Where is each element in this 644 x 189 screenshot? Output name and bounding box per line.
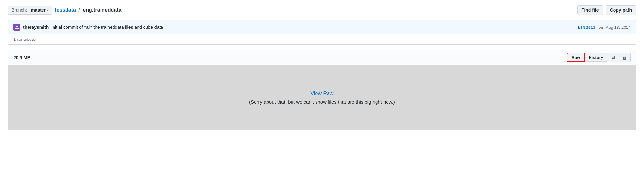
branch-selector[interactable]: Branch: master ▾ [8,6,52,15]
file-content: View Raw (Sorry about that, but we can't… [8,65,636,130]
commit-bar: theraysmith Initial commit of *all* the … [8,20,636,34]
commit-date: Aug 13, 2014 [606,25,631,30]
copy-path-button[interactable]: Copy path [606,5,636,15]
commit-hash[interactable]: bf82613 [578,25,596,30]
top-bar: Branch: master ▾ tessdata / eng.trainedd… [8,5,636,15]
find-file-button[interactable]: Find file [577,5,603,15]
commit-date-prefix: on [598,25,603,30]
trash-icon: 🗑 [622,55,627,60]
breadcrumb: tessdata / eng.traineddata [55,7,121,13]
view-raw-link[interactable]: View Raw [311,91,334,96]
delete-button[interactable]: 🗑 [619,53,631,62]
user-icon [15,25,19,29]
contributor-bar: 1 contributor [8,34,636,45]
file-name-breadcrumb: eng.traineddata [83,7,121,13]
history-button[interactable]: History [585,53,607,62]
branch-name: master [31,7,46,13]
contributor-text: 1 contributor [13,37,37,42]
path-separator: / [78,7,80,13]
file-container: 20.9 MB Raw History 🖥 🗑 View Raw (Sorry … [8,50,636,130]
top-bar-left: Branch: master ▾ tessdata / eng.trainedd… [8,6,121,15]
page-wrapper: Branch: master ▾ tessdata / eng.trainedd… [0,0,644,189]
raw-button[interactable]: Raw [567,53,585,62]
repo-link[interactable]: tessdata [55,7,76,13]
file-size: 20.9 MB [13,55,30,60]
sorry-text: (Sorry about that, but we can't show fil… [249,99,395,105]
commit-bar-right: bf82613 on Aug 13, 2014 [578,25,631,30]
file-info-bar: 20.9 MB Raw History 🖥 🗑 [8,50,636,65]
branch-label: Branch: [11,7,27,13]
commit-author[interactable]: theraysmith [23,25,49,30]
file-actions: Raw History 🖥 🗑 [567,53,631,62]
commit-message: Initial commit of *all* the traineddata … [51,25,163,30]
avatar [13,24,20,31]
monitor-icon: 🖥 [611,55,615,60]
commit-bar-left: theraysmith Initial commit of *all* the … [13,24,163,31]
top-bar-right: Find file Copy path [577,5,636,15]
chevron-down-icon: ▾ [47,8,49,12]
display-button[interactable]: 🖥 [607,53,619,62]
